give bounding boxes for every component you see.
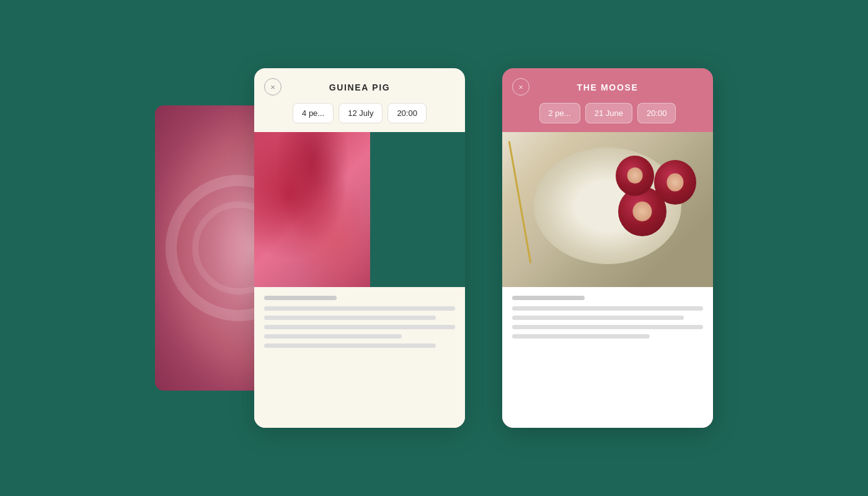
moose-card-body <box>502 287 713 428</box>
text-line <box>512 306 703 311</box>
moose-time-tag[interactable]: 20:00 <box>637 103 676 123</box>
moose-card-image <box>502 132 713 287</box>
text-line <box>264 325 455 329</box>
moose-tags-row: 2 pe... 21 June 20:00 <box>502 103 713 132</box>
fig-fruit-3 <box>616 156 654 196</box>
guinea-pig-title: GUINEA PIG <box>329 82 391 92</box>
guinea-pig-people-tag[interactable]: 4 pe... <box>293 103 334 123</box>
text-line <box>512 325 703 329</box>
text-line-title <box>512 296 585 300</box>
guinea-pig-tags-row: 4 pe... 12 July 20:00 <box>254 103 465 132</box>
moose-card: × THE MOOSE 2 pe... 21 June 20:00 <box>502 68 713 428</box>
scene: × GUINEA PIG 4 pe... 12 July 20:00 × <box>155 56 713 440</box>
text-line <box>264 306 455 311</box>
text-line <box>264 334 402 339</box>
guinea-pig-image-right <box>370 132 465 287</box>
moose-title: THE MOOSE <box>577 82 638 92</box>
moose-people-tag[interactable]: 2 pe... <box>539 103 580 123</box>
guinea-pig-card-header: × GUINEA PIG <box>254 68 465 103</box>
guinea-pig-date-tag[interactable]: 12 July <box>339 103 383 123</box>
guinea-pig-card-body <box>254 287 465 428</box>
text-line <box>512 334 650 339</box>
text-line <box>264 343 436 348</box>
moose-card-header: × THE MOOSE <box>502 68 713 103</box>
text-line <box>264 316 436 320</box>
guinea-pig-close-button[interactable]: × <box>264 78 281 95</box>
guinea-pig-card-image <box>254 132 465 287</box>
moose-close-button[interactable]: × <box>512 78 529 95</box>
guinea-pig-image-split <box>254 132 465 287</box>
text-line <box>512 316 684 320</box>
moose-date-tag[interactable]: 21 June <box>585 103 632 123</box>
moose-food-image <box>502 132 713 287</box>
guinea-pig-card: × GUINEA PIG 4 pe... 12 July 20:00 <box>254 68 465 428</box>
text-line-title <box>264 296 337 300</box>
guinea-pig-time-tag[interactable]: 20:00 <box>388 103 427 123</box>
guinea-pig-image-left <box>254 132 370 287</box>
